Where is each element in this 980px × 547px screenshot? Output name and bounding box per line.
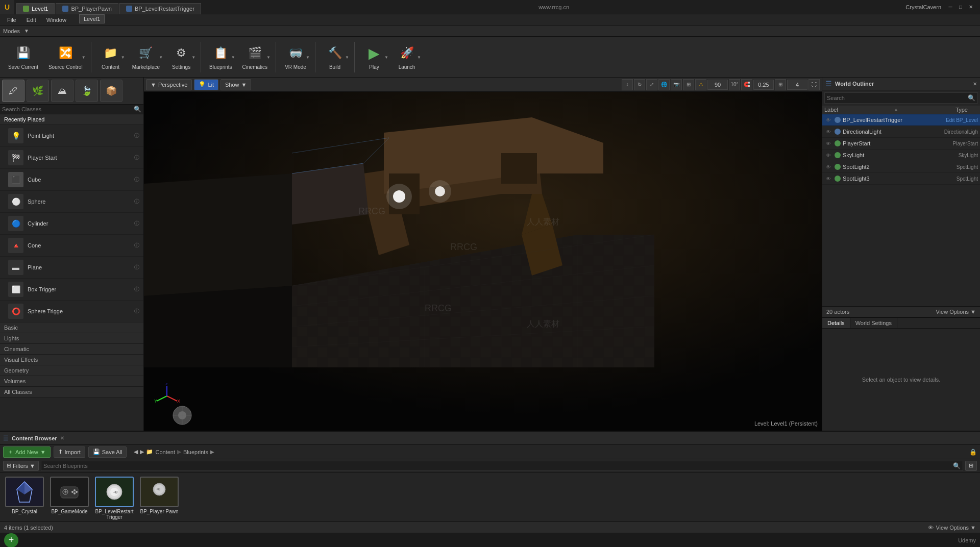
cb-close-button[interactable]: ✕	[60, 435, 64, 441]
menu-window[interactable]: Window	[41, 16, 71, 24]
left-item-player-start[interactable]: 🏁 Player Start ⓘ	[0, 147, 143, 169]
grid-num-input[interactable]	[787, 80, 807, 90]
save-all-button[interactable]: 💾 Save All	[88, 446, 127, 458]
mode-geometry-button[interactable]: 📦	[100, 80, 122, 102]
content-button[interactable]: 📁 Content ▼	[95, 39, 126, 76]
marketplace-button[interactable]: 🛒 Marketplace ▼	[128, 39, 164, 76]
outliner-eye-0[interactable]: 👁	[824, 116, 832, 124]
cone-info[interactable]: ⓘ	[134, 242, 139, 249]
scale-input[interactable]	[753, 80, 774, 90]
tab-level1[interactable]: Level1	[16, 3, 55, 14]
filters-button[interactable]: ⊞ Filters ▼	[3, 461, 39, 471]
outliner-col-label[interactable]: Label	[824, 107, 894, 113]
outliner-item-directional-light[interactable]: 👁 DirectionalLight DirectionalLigh	[822, 126, 980, 138]
cb-view-options-button[interactable]: ⊞	[965, 461, 977, 471]
mode-place-button[interactable]: 🖊	[2, 80, 24, 102]
sphere-info[interactable]: ⓘ	[134, 198, 139, 205]
category-volumes[interactable]: Volumes	[0, 376, 143, 387]
left-item-plane[interactable]: ▬ Plane ⓘ	[0, 257, 143, 279]
build-button[interactable]: 🔨 Build ▼	[320, 39, 350, 76]
tab-bp-playerpawn[interactable]: BP_PlayerPawn	[56, 3, 118, 14]
show-button[interactable]: Show ▼	[220, 79, 251, 90]
viewport[interactable]: RRCG RRCG 人人素材 RRCG 人人素材 X Y Z	[144, 92, 822, 431]
outliner-item-player-start[interactable]: 👁 PlayerStart PlayerStart	[822, 138, 980, 150]
left-item-sphere-trigger[interactable]: ⭕ Sphere Trigge ⓘ	[0, 301, 143, 322]
cb-lock-button[interactable]: 🔒	[969, 449, 977, 456]
box-trigger-info[interactable]: ⓘ	[134, 286, 139, 293]
outliner-col-type[interactable]: Type	[898, 107, 978, 113]
mode-foliage-button[interactable]: 🍃	[76, 80, 98, 102]
point-light-info[interactable]: ⓘ	[134, 132, 139, 139]
menu-file[interactable]: File	[2, 16, 21, 24]
launch-button[interactable]: 🚀 Launch ▼	[391, 39, 422, 76]
cb-item-bp-crystal[interactable]: BP_Crystal	[4, 477, 45, 514]
add-new-status-button[interactable]: +	[4, 533, 18, 548]
tab-bp-levelrestarttrigger[interactable]: BP_LevelRestartTrigger	[119, 3, 201, 14]
outliner-search-input[interactable]	[825, 95, 966, 101]
angle-btn[interactable]: 10°	[729, 79, 740, 90]
mode-paint-button[interactable]: 🌿	[27, 80, 49, 102]
rotate-icon[interactable]: ↻	[634, 79, 645, 90]
search-classes-input[interactable]	[2, 106, 134, 112]
tab-world-settings[interactable]: World Settings	[850, 318, 897, 328]
category-cinematic[interactable]: Cinematic	[0, 344, 143, 355]
outliner-item-sky-light[interactable]: 👁 SkyLight SkyLight	[822, 150, 980, 161]
source-control-button[interactable]: 🔀 Source Control ▼	[44, 39, 87, 76]
category-lights[interactable]: Lights	[0, 333, 143, 344]
layer-icon[interactable]: ⊞	[775, 79, 786, 90]
outliner-eye-2[interactable]: 👁	[824, 139, 832, 147]
menu-edit[interactable]: Edit	[21, 16, 41, 24]
outliner-close[interactable]: ✕	[973, 81, 977, 87]
left-item-cylinder[interactable]: 🔵 Cylinder ⓘ	[0, 213, 143, 235]
close-button[interactable]: ✕	[966, 2, 976, 12]
outliner-eye-3[interactable]: 👁	[824, 151, 832, 159]
cb-back-button[interactable]: ◀	[134, 449, 138, 455]
tab-details[interactable]: Details	[822, 318, 850, 328]
transform-icon[interactable]: ↕	[622, 79, 633, 90]
fullscreen-icon[interactable]: ⛶	[808, 79, 820, 90]
snap-icon[interactable]: 🧲	[741, 79, 752, 90]
category-geometry[interactable]: Geometry	[0, 365, 143, 376]
outliner-eye-5[interactable]: 👁	[824, 175, 832, 183]
vr-mode-button[interactable]: 🥽 VR Mode ▼	[280, 39, 311, 76]
warning-icon[interactable]: ⚠	[695, 79, 706, 90]
left-item-point-light[interactable]: 💡 Point Light ⓘ	[0, 125, 143, 147]
left-item-box-trigger[interactable]: ⬜ Box Trigger ⓘ	[0, 279, 143, 301]
minimize-button[interactable]: ─	[945, 2, 955, 12]
outliner-eye-4[interactable]: 👁	[824, 163, 832, 171]
cb-path-blueprints[interactable]: Blueprints	[183, 449, 208, 455]
cb-item-bp-level-restart[interactable]: +8 BP_LevelRestartTrigger	[94, 477, 135, 520]
camera-icon[interactable]: 📷	[671, 79, 682, 90]
left-item-sphere[interactable]: ⚪ Sphere ⓘ	[0, 191, 143, 213]
plane-info[interactable]: ⓘ	[134, 264, 139, 271]
viewport-nav-sphere[interactable]	[172, 405, 192, 426]
left-item-cone[interactable]: 🔺 Cone ⓘ	[0, 235, 143, 257]
play-button[interactable]: ▶ Play ▼	[359, 39, 389, 76]
cb-path-more-arrow[interactable]: ▶	[210, 449, 214, 455]
cb-forward-button[interactable]: ▶	[140, 449, 144, 455]
outliner-item-bp-levelrestarttrigger[interactable]: 👁 BP_LevelRestartTrigger Edit BP_Level	[822, 114, 980, 126]
world-icon[interactable]: 🌐	[658, 79, 670, 90]
blueprints-button[interactable]: 📋 Blueprints ▼	[205, 39, 236, 76]
cylinder-info[interactable]: ⓘ	[134, 220, 139, 227]
player-start-info[interactable]: ⓘ	[134, 154, 139, 161]
left-item-cube[interactable]: ⬛ Cube ⓘ	[0, 169, 143, 191]
save-current-button[interactable]: 💾 Save Current	[4, 39, 42, 76]
grid-icon[interactable]: ⊞	[683, 79, 694, 90]
cb-path-content[interactable]: Content	[155, 449, 175, 455]
outliner-item-spotlight3[interactable]: 👁 SpotLight3 SpotLight	[822, 173, 980, 185]
settings-button[interactable]: ⚙ Settings ▼	[166, 39, 197, 76]
cube-info[interactable]: ⓘ	[134, 176, 139, 183]
cb-view-options-status[interactable]: 👁 View Options ▼	[928, 525, 976, 531]
fov-input[interactable]	[707, 80, 728, 90]
cb-item-bp-gamemode[interactable]: BP_GameMode	[49, 477, 90, 514]
category-basic[interactable]: Basic	[0, 322, 143, 333]
import-button[interactable]: ⬆ Import	[54, 446, 85, 458]
maximize-button[interactable]: □	[955, 2, 966, 12]
add-new-button[interactable]: ＋ Add New ▼	[3, 446, 51, 458]
cb-search-input[interactable]	[41, 463, 951, 469]
outliner-item-spotlight2[interactable]: 👁 SpotLight2 SpotLight	[822, 161, 980, 173]
category-all-classes[interactable]: All Classes	[0, 387, 143, 397]
perspective-dropdown[interactable]: ▼ Perspective	[146, 79, 192, 90]
mode-landscape-button[interactable]: ⛰	[51, 80, 74, 102]
